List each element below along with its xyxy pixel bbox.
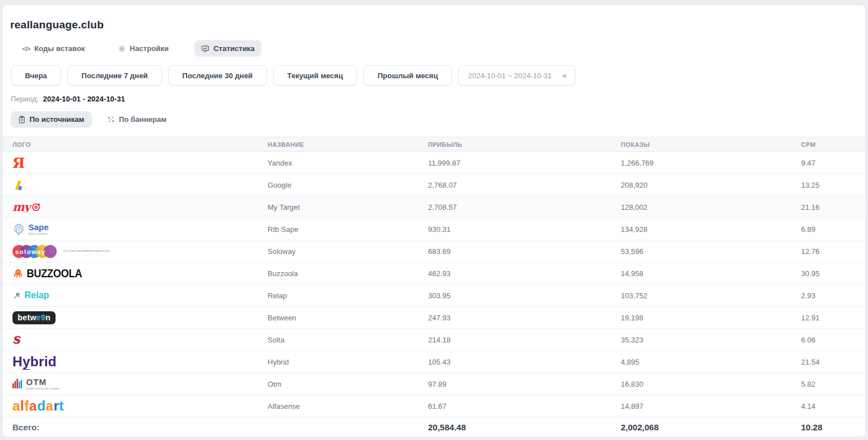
source-name: Rtb Sape xyxy=(258,225,418,234)
period-line: Период: 2024-10-01 - 2024-10-31 xyxy=(11,95,865,103)
yandex-logo: Я xyxy=(12,156,25,170)
source-name: Solta xyxy=(258,336,418,344)
sape-logo: SapeSapex Solution xyxy=(12,223,258,236)
date-range-value: 2024-10-01 ~ 2024-10-31 xyxy=(468,71,552,80)
cpm-value: 21.16 xyxy=(791,203,865,211)
filter-previous-month-button[interactable]: Прошлый месяц xyxy=(363,65,452,86)
table-row: alfadart Alfasense 61.67 14,897 4.14 xyxy=(3,395,865,417)
tab-label: Коды вставок xyxy=(34,44,84,53)
table-row: ОТМонлайн технологии и медиа Otm 97.89 1… xyxy=(3,373,865,395)
bars-icon xyxy=(12,379,23,390)
otm-logo: ОТМонлайн технологии и медиа xyxy=(12,378,258,390)
profit-value: 247.93 xyxy=(418,314,611,322)
site-stats-card: reallanguage.club </> Коды вставок Настр… xyxy=(2,5,866,437)
cpm-value: 6.89 xyxy=(791,225,865,234)
sources-stats-table: ЛОГО НАЗВАНИЕ ПРИБЫЛЬ ПОКАЗЫ CPM Я Yande… xyxy=(3,137,865,437)
col-header-logo: ЛОГО xyxy=(3,141,258,148)
code-icon: </> xyxy=(22,45,30,52)
source-name: Google xyxy=(258,181,418,189)
total-profit: 20,584.48 xyxy=(418,422,611,432)
table-row: Relap Relap 303.95 103,752 2.93 xyxy=(3,285,865,307)
impressions-value: 35,323 xyxy=(611,336,791,344)
between-logo: betwe9n xyxy=(12,311,56,324)
cpm-value: 5.82 xyxy=(791,380,865,388)
clipboard-icon xyxy=(18,116,26,124)
profit-value: 11,999.87 xyxy=(418,159,611,167)
octopus-icon xyxy=(12,268,24,279)
impressions-value: 103,752 xyxy=(611,291,791,300)
statistics-icon xyxy=(201,45,209,53)
filter-last-7-days-button[interactable]: Последние 7 дней xyxy=(67,65,162,86)
clear-date-icon[interactable]: × xyxy=(562,71,567,80)
table-header-row: ЛОГО НАЗВАНИЕ ПРИБЫЛЬ ПОКАЗЫ CPM xyxy=(3,137,865,152)
table-row: soloway Система программатик маркетинга … xyxy=(3,240,865,263)
tab-label: Статистика xyxy=(213,44,255,53)
alfadart-logo: alfadart xyxy=(12,398,64,413)
date-range-input[interactable]: 2024-10-01 ~ 2024-10-31 × xyxy=(458,65,575,86)
period-label: Период: xyxy=(11,95,39,103)
date-filter-row: Вчера Последние 7 дней Последние 30 дней… xyxy=(11,65,865,86)
filter-current-month-button[interactable]: Текущий месяц xyxy=(273,65,357,86)
gear-icon xyxy=(118,45,126,53)
solta-logo: S xyxy=(12,334,19,345)
table-total-row: Всего: 20,584.48 2,002,068 10.28 xyxy=(3,417,865,437)
splash-icon xyxy=(12,291,22,300)
profit-value: 462.93 xyxy=(418,269,611,278)
table-row: Hybrid Hybrid 105.43 4,895 21.54 xyxy=(3,351,865,373)
impressions-value: 134,928 xyxy=(611,225,791,234)
toggle-by-sources[interactable]: По источникам xyxy=(11,111,92,128)
table-row: Google 2,768.07 208,920 13.25 xyxy=(3,174,865,196)
impressions-value: 16,830 xyxy=(611,380,791,388)
table-row: betwe9n Between 247.93 19,198 12.91 xyxy=(3,307,865,329)
table-row: BUZZOOLA Buzzoola 462.93 14,958 30.95 xyxy=(3,263,865,285)
impressions-value: 1,266,769 xyxy=(611,159,791,167)
impressions-value: 4,895 xyxy=(611,358,791,366)
impressions-value: 53,596 xyxy=(611,247,791,256)
cpm-value: 30.95 xyxy=(791,269,865,278)
mytarget-logo: my xyxy=(12,201,258,213)
toggle-by-banners[interactable]: По баннерам xyxy=(100,111,174,128)
page-title: reallanguage.club xyxy=(3,5,865,31)
impressions-value: 208,920 xyxy=(611,181,791,189)
buzzoola-logo: BUZZOOLA xyxy=(12,268,258,280)
relap-logo: Relap xyxy=(12,290,258,301)
view-toggle: По источникам По баннерам xyxy=(11,111,865,128)
google-adsense-logo xyxy=(12,178,258,192)
source-name: Between xyxy=(258,314,418,322)
table-row: my My Target 2,708.57 128,002 21.16 xyxy=(3,196,865,218)
impressions-value: 14,958 xyxy=(611,269,791,278)
total-impressions: 2,002,068 xyxy=(611,422,791,432)
cpm-value: 6.06 xyxy=(791,336,865,344)
filter-yesterday-button[interactable]: Вчера xyxy=(11,65,61,86)
banners-scatter-icon xyxy=(107,116,115,124)
profit-value: 303.95 xyxy=(418,291,611,300)
toggle-label: По баннерам xyxy=(119,115,167,124)
tab-embed-codes[interactable]: </> Коды вставок xyxy=(15,40,92,57)
impressions-value: 14,897 xyxy=(611,402,791,411)
tab-label: Настройки xyxy=(130,44,169,53)
cpm-value: 4.14 xyxy=(791,402,865,411)
filter-last-30-days-button[interactable]: Последние 30 дней xyxy=(168,65,267,86)
soloway-logo: soloway Система программатик маркетинга xyxy=(12,245,258,258)
cpm-value: 2.93 xyxy=(791,291,865,300)
total-label: Всего: xyxy=(3,422,258,432)
profit-value: 683.69 xyxy=(418,247,611,256)
table-row: Я Yandex 11,999.87 1,266,769 9.47 xyxy=(3,152,865,174)
cpm-value: 12.76 xyxy=(791,247,865,256)
hybrid-logo: Hybrid xyxy=(12,354,57,370)
profit-value: 105.43 xyxy=(418,358,611,366)
tab-bar: </> Коды вставок Настройки Статистика xyxy=(15,40,865,57)
col-header-name: НАЗВАНИЕ xyxy=(258,141,418,148)
total-cpm: 10.28 xyxy=(791,422,865,432)
col-header-cpm: CPM xyxy=(791,141,865,148)
sape-brain-icon xyxy=(12,223,26,236)
source-name: Otm xyxy=(258,380,418,388)
profit-value: 2,708.57 xyxy=(418,203,611,211)
source-name: Buzzoola xyxy=(258,269,418,278)
tab-statistics[interactable]: Статистика xyxy=(194,40,261,57)
col-header-profit: ПРИБЫЛЬ xyxy=(418,141,611,148)
tab-settings[interactable]: Настройки xyxy=(111,40,176,57)
source-name: My Target xyxy=(258,203,418,211)
impressions-value: 19,198 xyxy=(611,314,791,322)
source-name: Hybrid xyxy=(258,358,418,366)
